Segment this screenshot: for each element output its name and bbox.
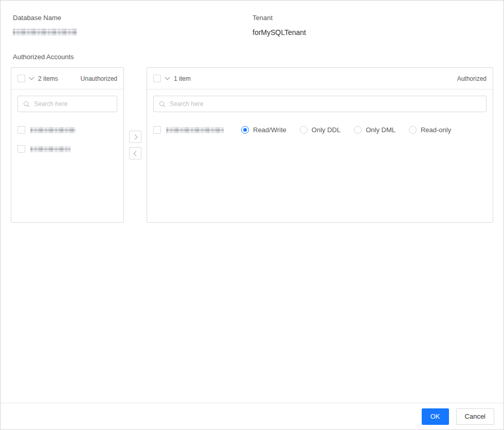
chevron-left-icon [133,151,138,156]
unauthorized-search-box [17,96,117,112]
radio-icon[interactable] [354,126,362,134]
account-checkbox[interactable] [153,126,161,134]
radio-label: Read/Write [253,126,286,134]
account-name-redacted [30,127,76,133]
unauthorized-account-list [11,118,123,160]
radio-label: Only DDL [312,126,340,134]
chevron-right-icon [132,134,137,139]
radio-label: Read-only [421,126,451,134]
transfer-controls [124,67,147,223]
account-checkbox[interactable] [17,145,25,153]
account-row[interactable] [11,139,123,158]
grant-database-permissions-dialog: Database Name Tenant forMySQLTenant Auth… [0,0,504,430]
ok-button[interactable]: OK [422,408,449,425]
account-name-redacted [30,146,70,152]
account-row[interactable]: Read/Write Only DDL Only DML Read-o [147,120,493,139]
move-right-button[interactable] [129,131,141,143]
account-name-redacted [166,127,224,133]
dialog-footer: OK Cancel [1,403,503,429]
radio-read-write[interactable]: Read/Write [241,126,286,134]
authorized-panel-title: Authorized [457,75,487,82]
permission-radio-group: Read/Write Only DDL Only DML Read-o [241,126,451,134]
tenant-value: forMySQLTenant [253,28,306,37]
tenant-field: Tenant forMySQLTenant [253,14,306,38]
select-all-checkbox[interactable] [153,75,161,82]
radio-icon[interactable] [300,126,308,134]
move-left-button[interactable] [129,147,141,159]
radio-only-ddl[interactable]: Only DDL [300,126,340,134]
unauthorized-count: 2 items [38,75,58,82]
authorized-search-input[interactable] [169,100,481,108]
database-name-label: Database Name [13,14,253,22]
accounts-transfer: 2 items Unauthorized [1,67,503,223]
search-icon [23,101,30,107]
chevron-down-icon[interactable] [29,75,34,80]
authorized-count: 1 item [174,75,191,82]
top-fields: Database Name Tenant forMySQLTenant [1,1,503,38]
radio-only-dml[interactable]: Only DML [354,126,395,134]
radio-icon[interactable] [409,126,417,134]
unauthorized-panel-header: 2 items Unauthorized [11,68,123,89]
authorized-search-box [153,96,487,112]
radio-selected-icon[interactable] [241,126,249,134]
unauthorized-search-input[interactable] [33,100,112,108]
account-checkbox[interactable] [17,126,25,134]
radio-read-only[interactable]: Read-only [409,126,451,134]
tenant-label: Tenant [253,14,306,22]
account-row[interactable] [11,120,123,139]
database-name-field: Database Name [13,14,253,38]
database-name-value-redacted [13,29,77,35]
radio-label: Only DML [366,126,395,134]
cancel-button[interactable]: Cancel [456,408,494,425]
chevron-down-icon[interactable] [165,75,170,80]
authorized-panel-header: 1 item Authorized [147,68,493,89]
unauthorized-panel-title: Unauthorized [81,75,117,82]
search-icon [159,101,166,107]
unauthorized-panel: 2 items Unauthorized [11,67,124,223]
select-all-checkbox[interactable] [17,75,25,82]
authorized-panel: 1 item Authorized Read/Write [147,67,493,223]
authorized-account-list: Read/Write Only DDL Only DML Read-o [147,118,493,141]
authorized-accounts-label: Authorized Accounts [13,53,491,61]
